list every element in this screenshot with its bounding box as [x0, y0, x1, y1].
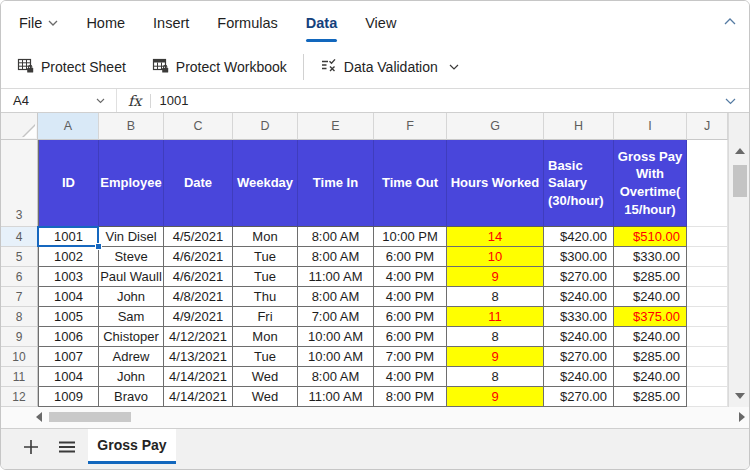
row-header-3[interactable]: 3 [1, 140, 38, 227]
cell-C6[interactable]: 4/6/2021 [164, 267, 233, 287]
cell-J10[interactable] [687, 347, 728, 367]
cell-I4[interactable]: $510.00 [614, 227, 687, 247]
cell-B9[interactable]: Chistoper [99, 327, 164, 347]
cell-C11[interactable]: 4/14/2021 [164, 367, 233, 387]
cell-I12[interactable]: $285.00 [614, 387, 687, 407]
name-box[interactable]: A4 [1, 89, 116, 112]
header-cell-F3[interactable]: Time Out [374, 140, 447, 227]
menu-insert[interactable]: Insert [153, 1, 189, 45]
cell-A9[interactable]: 1006 [38, 327, 99, 347]
cell-C8[interactable]: 4/9/2021 [164, 307, 233, 327]
cell-D5[interactable]: Tue [233, 247, 298, 267]
protect-sheet-button[interactable]: Protect Sheet [17, 57, 126, 77]
scroll-up-arrow-icon[interactable] [735, 148, 745, 154]
cell-B8[interactable]: Sam [99, 307, 164, 327]
cell-D7[interactable]: Thu [233, 287, 298, 307]
cell-C10[interactable]: 4/13/2021 [164, 347, 233, 367]
header-cell-A3[interactable]: ID [38, 140, 99, 227]
cell-F7[interactable]: 4:00 PM [374, 287, 447, 307]
sheet-list-button[interactable] [57, 438, 77, 460]
cell-F6[interactable]: 4:00 PM [374, 267, 447, 287]
protect-workbook-button[interactable]: Protect Workbook [152, 57, 287, 77]
row-header-5[interactable]: 5 [1, 247, 38, 267]
row-header-4[interactable]: 4 [1, 227, 38, 247]
column-header-F[interactable]: F [374, 113, 447, 140]
cell-H11[interactable]: $240.00 [544, 367, 614, 387]
row-header-8[interactable]: 8 [1, 307, 38, 327]
cell-H9[interactable]: $240.00 [544, 327, 614, 347]
cell-J7[interactable] [687, 287, 728, 307]
row-header-10[interactable]: 10 [1, 347, 38, 367]
scroll-left-arrow-icon[interactable] [36, 412, 42, 422]
cell-J12[interactable] [687, 387, 728, 407]
header-cell-B3[interactable]: Employee [99, 140, 164, 227]
cell-C12[interactable]: 4/14/2021 [164, 387, 233, 407]
cell-G11[interactable]: 8 [447, 367, 544, 387]
cell-E4[interactable]: 8:00 AM [298, 227, 374, 247]
cell-I5[interactable]: $330.00 [614, 247, 687, 267]
cell-J3[interactable] [687, 140, 728, 227]
cell-G6[interactable]: 9 [447, 267, 544, 287]
cell-I11[interactable]: $240.00 [614, 367, 687, 387]
cell-C5[interactable]: 4/6/2021 [164, 247, 233, 267]
cell-C4[interactable]: 4/5/2021 [164, 227, 233, 247]
cell-A11[interactable]: 1004 [38, 367, 99, 387]
cell-J8[interactable] [687, 307, 728, 327]
cell-J4[interactable] [687, 227, 728, 247]
column-header-H[interactable]: H [544, 113, 614, 140]
cell-H10[interactable]: $270.00 [544, 347, 614, 367]
cell-F12[interactable]: 8:00 PM [374, 387, 447, 407]
scroll-right-arrow-icon[interactable] [739, 412, 745, 422]
cell-F11[interactable]: 4:00 PM [374, 367, 447, 387]
column-header-G[interactable]: G [447, 113, 544, 140]
menu-view[interactable]: View [365, 1, 396, 45]
cell-A10[interactable]: 1007 [38, 347, 99, 367]
cell-E8[interactable]: 7:00 AM [298, 307, 374, 327]
cell-H4[interactable]: $420.00 [544, 227, 614, 247]
cell-F4[interactable]: 10:00 PM [374, 227, 447, 247]
cell-H8[interactable]: $330.00 [544, 307, 614, 327]
cell-G5[interactable]: 10 [447, 247, 544, 267]
cell-I6[interactable]: $285.00 [614, 267, 687, 287]
header-cell-E3[interactable]: Time In [298, 140, 374, 227]
cell-E10[interactable]: 10:00 AM [298, 347, 374, 367]
cell-D11[interactable]: Wed [233, 367, 298, 387]
cell-B6[interactable]: Paul Waull [99, 267, 164, 287]
cell-J11[interactable] [687, 367, 728, 387]
cell-I9[interactable]: $240.00 [614, 327, 687, 347]
cell-H7[interactable]: $240.00 [544, 287, 614, 307]
cell-G7[interactable]: 8 [447, 287, 544, 307]
cell-A5[interactable]: 1002 [38, 247, 99, 267]
cell-G8[interactable]: 11 [447, 307, 544, 327]
cell-E7[interactable]: 8:00 AM [298, 287, 374, 307]
cell-I8[interactable]: $375.00 [614, 307, 687, 327]
cell-E11[interactable]: 8:00 AM [298, 367, 374, 387]
column-header-C[interactable]: C [164, 113, 233, 140]
cell-F10[interactable]: 7:00 PM [374, 347, 447, 367]
column-header-I[interactable]: I [614, 113, 687, 140]
cell-J5[interactable] [687, 247, 728, 267]
cell-J6[interactable] [687, 267, 728, 287]
horizontal-scrollbar-thumb[interactable] [49, 412, 131, 422]
cell-B11[interactable]: John [99, 367, 164, 387]
select-all-corner[interactable] [1, 113, 38, 140]
column-header-E[interactable]: E [298, 113, 374, 140]
data-validation-button[interactable]: Data Validation [320, 57, 459, 77]
cell-E6[interactable]: 11:00 AM [298, 267, 374, 287]
row-header-9[interactable]: 9 [1, 327, 38, 347]
header-cell-G3[interactable]: Hours Worked [447, 140, 544, 227]
column-header-B[interactable]: B [99, 113, 164, 140]
menu-data[interactable]: Data [306, 1, 337, 45]
row-header-11[interactable]: 11 [1, 367, 38, 387]
vertical-scrollbar-thumb[interactable] [733, 165, 747, 197]
cell-H6[interactable]: $270.00 [544, 267, 614, 287]
cell-D12[interactable]: Wed [233, 387, 298, 407]
cell-A4[interactable]: 1001 [38, 227, 99, 247]
row-header-7[interactable]: 7 [1, 287, 38, 307]
header-cell-C3[interactable]: Date [164, 140, 233, 227]
cell-B10[interactable]: Adrew [99, 347, 164, 367]
cell-C7[interactable]: 4/8/2021 [164, 287, 233, 307]
cell-A6[interactable]: 1003 [38, 267, 99, 287]
cell-D10[interactable]: Tue [233, 347, 298, 367]
add-sheet-button[interactable] [22, 438, 40, 460]
